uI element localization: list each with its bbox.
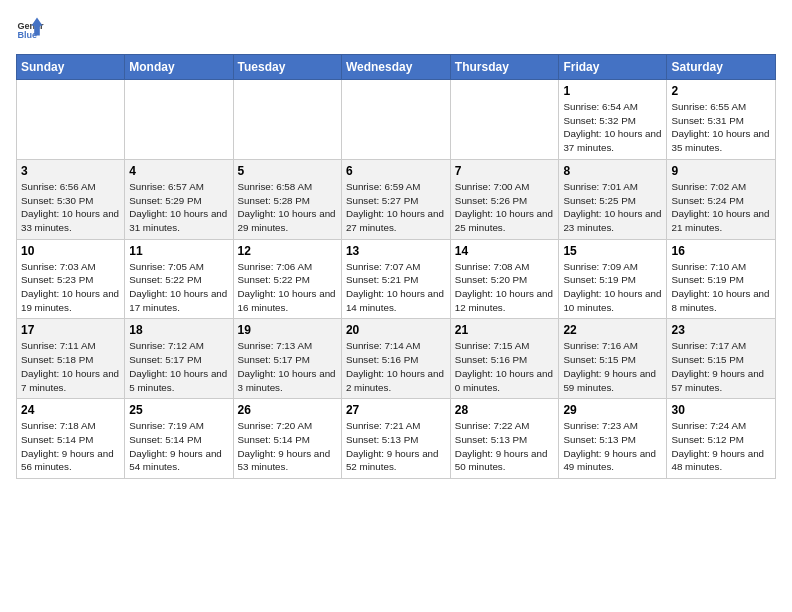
day-info: Sunrise: 7:12 AM Sunset: 5:17 PM Dayligh…	[129, 339, 228, 394]
day-number: 3	[21, 164, 120, 178]
calendar-day-cell: 26Sunrise: 7:20 AM Sunset: 5:14 PM Dayli…	[233, 399, 341, 479]
day-info: Sunrise: 7:03 AM Sunset: 5:23 PM Dayligh…	[21, 260, 120, 315]
calendar-day-cell: 16Sunrise: 7:10 AM Sunset: 5:19 PM Dayli…	[667, 239, 776, 319]
calendar-week-row: 10Sunrise: 7:03 AM Sunset: 5:23 PM Dayli…	[17, 239, 776, 319]
day-number: 26	[238, 403, 337, 417]
calendar-day-cell: 17Sunrise: 7:11 AM Sunset: 5:18 PM Dayli…	[17, 319, 125, 399]
calendar-day-cell: 28Sunrise: 7:22 AM Sunset: 5:13 PM Dayli…	[450, 399, 559, 479]
day-info: Sunrise: 7:21 AM Sunset: 5:13 PM Dayligh…	[346, 419, 446, 474]
calendar-day-cell: 25Sunrise: 7:19 AM Sunset: 5:14 PM Dayli…	[125, 399, 233, 479]
calendar-week-row: 17Sunrise: 7:11 AM Sunset: 5:18 PM Dayli…	[17, 319, 776, 399]
day-number: 25	[129, 403, 228, 417]
day-number: 8	[563, 164, 662, 178]
day-number: 22	[563, 323, 662, 337]
logo: General Blue	[16, 16, 48, 44]
day-number: 15	[563, 244, 662, 258]
day-number: 10	[21, 244, 120, 258]
day-number: 17	[21, 323, 120, 337]
calendar-day-cell	[450, 80, 559, 160]
day-number: 30	[671, 403, 771, 417]
day-number: 6	[346, 164, 446, 178]
day-info: Sunrise: 6:59 AM Sunset: 5:27 PM Dayligh…	[346, 180, 446, 235]
day-info: Sunrise: 7:19 AM Sunset: 5:14 PM Dayligh…	[129, 419, 228, 474]
calendar-day-cell	[233, 80, 341, 160]
calendar-week-row: 1Sunrise: 6:54 AM Sunset: 5:32 PM Daylig…	[17, 80, 776, 160]
day-number: 11	[129, 244, 228, 258]
day-number: 18	[129, 323, 228, 337]
calendar-day-cell	[17, 80, 125, 160]
day-of-week-header: Saturday	[667, 55, 776, 80]
calendar-day-cell: 18Sunrise: 7:12 AM Sunset: 5:17 PM Dayli…	[125, 319, 233, 399]
day-number: 9	[671, 164, 771, 178]
day-info: Sunrise: 7:23 AM Sunset: 5:13 PM Dayligh…	[563, 419, 662, 474]
day-info: Sunrise: 7:17 AM Sunset: 5:15 PM Dayligh…	[671, 339, 771, 394]
day-info: Sunrise: 6:54 AM Sunset: 5:32 PM Dayligh…	[563, 100, 662, 155]
main-container: General Blue SundayMondayTuesdayWednesda…	[0, 0, 792, 489]
day-of-week-header: Wednesday	[341, 55, 450, 80]
logo-icon: General Blue	[16, 16, 44, 44]
day-info: Sunrise: 7:14 AM Sunset: 5:16 PM Dayligh…	[346, 339, 446, 394]
calendar-day-cell: 21Sunrise: 7:15 AM Sunset: 5:16 PM Dayli…	[450, 319, 559, 399]
day-number: 29	[563, 403, 662, 417]
day-number: 21	[455, 323, 555, 337]
calendar-day-cell: 7Sunrise: 7:00 AM Sunset: 5:26 PM Daylig…	[450, 159, 559, 239]
day-number: 28	[455, 403, 555, 417]
day-number: 12	[238, 244, 337, 258]
calendar-day-cell: 24Sunrise: 7:18 AM Sunset: 5:14 PM Dayli…	[17, 399, 125, 479]
calendar-week-row: 24Sunrise: 7:18 AM Sunset: 5:14 PM Dayli…	[17, 399, 776, 479]
day-info: Sunrise: 7:18 AM Sunset: 5:14 PM Dayligh…	[21, 419, 120, 474]
day-info: Sunrise: 6:55 AM Sunset: 5:31 PM Dayligh…	[671, 100, 771, 155]
header: General Blue	[16, 16, 776, 44]
day-number: 13	[346, 244, 446, 258]
day-info: Sunrise: 6:56 AM Sunset: 5:30 PM Dayligh…	[21, 180, 120, 235]
day-info: Sunrise: 7:16 AM Sunset: 5:15 PM Dayligh…	[563, 339, 662, 394]
day-info: Sunrise: 7:15 AM Sunset: 5:16 PM Dayligh…	[455, 339, 555, 394]
day-info: Sunrise: 7:01 AM Sunset: 5:25 PM Dayligh…	[563, 180, 662, 235]
day-info: Sunrise: 7:07 AM Sunset: 5:21 PM Dayligh…	[346, 260, 446, 315]
day-info: Sunrise: 7:10 AM Sunset: 5:19 PM Dayligh…	[671, 260, 771, 315]
calendar-header-row: SundayMondayTuesdayWednesdayThursdayFrid…	[17, 55, 776, 80]
calendar-day-cell: 11Sunrise: 7:05 AM Sunset: 5:22 PM Dayli…	[125, 239, 233, 319]
day-info: Sunrise: 7:00 AM Sunset: 5:26 PM Dayligh…	[455, 180, 555, 235]
calendar-day-cell	[341, 80, 450, 160]
day-number: 19	[238, 323, 337, 337]
day-info: Sunrise: 6:58 AM Sunset: 5:28 PM Dayligh…	[238, 180, 337, 235]
calendar-day-cell: 3Sunrise: 6:56 AM Sunset: 5:30 PM Daylig…	[17, 159, 125, 239]
day-info: Sunrise: 7:13 AM Sunset: 5:17 PM Dayligh…	[238, 339, 337, 394]
day-of-week-header: Friday	[559, 55, 667, 80]
day-info: Sunrise: 7:09 AM Sunset: 5:19 PM Dayligh…	[563, 260, 662, 315]
day-number: 27	[346, 403, 446, 417]
calendar-day-cell: 2Sunrise: 6:55 AM Sunset: 5:31 PM Daylig…	[667, 80, 776, 160]
day-info: Sunrise: 7:24 AM Sunset: 5:12 PM Dayligh…	[671, 419, 771, 474]
calendar-day-cell: 9Sunrise: 7:02 AM Sunset: 5:24 PM Daylig…	[667, 159, 776, 239]
day-number: 14	[455, 244, 555, 258]
calendar-day-cell: 30Sunrise: 7:24 AM Sunset: 5:12 PM Dayli…	[667, 399, 776, 479]
day-number: 24	[21, 403, 120, 417]
calendar-day-cell: 20Sunrise: 7:14 AM Sunset: 5:16 PM Dayli…	[341, 319, 450, 399]
calendar-day-cell: 14Sunrise: 7:08 AM Sunset: 5:20 PM Dayli…	[450, 239, 559, 319]
day-number: 5	[238, 164, 337, 178]
calendar-table: SundayMondayTuesdayWednesdayThursdayFrid…	[16, 54, 776, 479]
day-info: Sunrise: 7:02 AM Sunset: 5:24 PM Dayligh…	[671, 180, 771, 235]
day-info: Sunrise: 6:57 AM Sunset: 5:29 PM Dayligh…	[129, 180, 228, 235]
day-number: 23	[671, 323, 771, 337]
day-info: Sunrise: 7:20 AM Sunset: 5:14 PM Dayligh…	[238, 419, 337, 474]
calendar-day-cell: 27Sunrise: 7:21 AM Sunset: 5:13 PM Dayli…	[341, 399, 450, 479]
calendar-day-cell: 6Sunrise: 6:59 AM Sunset: 5:27 PM Daylig…	[341, 159, 450, 239]
day-info: Sunrise: 7:11 AM Sunset: 5:18 PM Dayligh…	[21, 339, 120, 394]
calendar-day-cell: 5Sunrise: 6:58 AM Sunset: 5:28 PM Daylig…	[233, 159, 341, 239]
calendar-day-cell: 10Sunrise: 7:03 AM Sunset: 5:23 PM Dayli…	[17, 239, 125, 319]
day-of-week-header: Thursday	[450, 55, 559, 80]
calendar-day-cell: 19Sunrise: 7:13 AM Sunset: 5:17 PM Dayli…	[233, 319, 341, 399]
day-info: Sunrise: 7:06 AM Sunset: 5:22 PM Dayligh…	[238, 260, 337, 315]
day-info: Sunrise: 7:22 AM Sunset: 5:13 PM Dayligh…	[455, 419, 555, 474]
day-info: Sunrise: 7:05 AM Sunset: 5:22 PM Dayligh…	[129, 260, 228, 315]
day-number: 16	[671, 244, 771, 258]
calendar-day-cell: 8Sunrise: 7:01 AM Sunset: 5:25 PM Daylig…	[559, 159, 667, 239]
calendar-day-cell: 4Sunrise: 6:57 AM Sunset: 5:29 PM Daylig…	[125, 159, 233, 239]
day-number: 20	[346, 323, 446, 337]
day-of-week-header: Sunday	[17, 55, 125, 80]
calendar-day-cell: 12Sunrise: 7:06 AM Sunset: 5:22 PM Dayli…	[233, 239, 341, 319]
day-number: 2	[671, 84, 771, 98]
calendar-day-cell: 23Sunrise: 7:17 AM Sunset: 5:15 PM Dayli…	[667, 319, 776, 399]
